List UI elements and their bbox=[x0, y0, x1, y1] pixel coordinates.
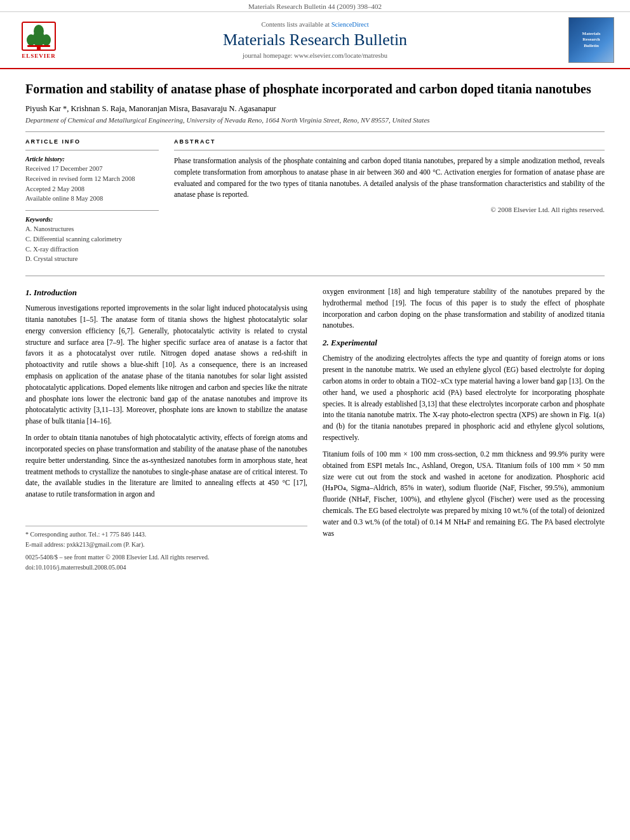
kw-item-2: C. Differential scanning calorimetry bbox=[25, 234, 159, 244]
kw-item-4: D. Crystal structure bbox=[25, 254, 159, 264]
page-wrapper: Materials Research Bulletin 44 (2009) 39… bbox=[0, 0, 630, 840]
corresponding-note: * Corresponding author. Tel.: +1 775 846… bbox=[25, 530, 307, 539]
divider-1 bbox=[25, 131, 605, 132]
footnotes: * Corresponding author. Tel.: +1 775 846… bbox=[25, 526, 307, 572]
sciencedirect-link[interactable]: ScienceDirect bbox=[332, 21, 369, 28]
body-col-left: 1. Introduction Numerous investigations … bbox=[25, 286, 307, 573]
article-history: Article history: Received 17 December 20… bbox=[25, 156, 159, 204]
doi: doi:10.1016/j.materresbull.2008.05.004 bbox=[25, 563, 307, 572]
article-info-col: Article Info Article history: Received 1… bbox=[25, 138, 159, 264]
journal-cover-image: MaterialsResearchBulletin bbox=[568, 17, 614, 63]
doi-rights: 0025-5408/$ – see front matter © 2008 El… bbox=[25, 553, 307, 562]
article-title: Formation and stability of anatase phase… bbox=[25, 81, 605, 98]
journal-homepage: journal homepage: www.elsevier.com/locat… bbox=[74, 52, 556, 59]
abstract-text: Phase transformation analysis of the pho… bbox=[174, 156, 605, 201]
abstract-label: Abstract bbox=[174, 138, 605, 145]
section2-exp1: Chemistry of the anodizing electrolytes … bbox=[323, 353, 605, 444]
journal-header: ELSEVIER Contents lists available at Sci… bbox=[0, 12, 630, 69]
divider-3 bbox=[25, 210, 159, 211]
contents-text: Contents lists available at bbox=[261, 21, 330, 28]
kw-item-1: A. Nanostructures bbox=[25, 224, 159, 234]
journal-cover-area: MaterialsResearchBulletin bbox=[563, 17, 620, 63]
elsevier-logo: ELSEVIER bbox=[21, 21, 57, 59]
authors-text: Piyush Kar *, Krishnan S. Raja, Manoranj… bbox=[25, 104, 276, 113]
sciencedirect-info: Contents lists available at ScienceDirec… bbox=[74, 21, 556, 28]
divider-body bbox=[25, 276, 605, 276]
authors: Piyush Kar *, Krishnan S. Raja, Manoranj… bbox=[25, 104, 605, 114]
received-line: Received 17 December 2007 bbox=[25, 164, 159, 174]
svg-point-3 bbox=[42, 34, 51, 46]
svg-point-2 bbox=[27, 34, 36, 46]
journal-title: Materials Research Bulletin bbox=[74, 30, 556, 50]
section1-para1: Numerous investigations reported improve… bbox=[25, 303, 307, 427]
article-meta: Formation and stability of anatase phase… bbox=[0, 69, 630, 270]
copyright: © 2008 Elsevier Ltd. All rights reserved… bbox=[174, 206, 605, 213]
history-heading: Article history: bbox=[25, 156, 159, 163]
revised-line: Received in revised form 12 March 2008 bbox=[25, 174, 159, 184]
elsevier-tree-icon bbox=[21, 21, 57, 51]
section2-heading: 2. Experimental bbox=[323, 337, 605, 349]
svg-rect-5 bbox=[27, 45, 50, 47]
affiliation: Department of Chemical and Metallurgical… bbox=[25, 116, 605, 124]
email-note: E-mail address: pxkk213@gmail.com (P. Ka… bbox=[25, 540, 307, 549]
section1-heading: 1. Introduction bbox=[25, 286, 307, 299]
section2-exp2: Titanium foils of 100 mm × 100 mm cross-… bbox=[323, 449, 605, 540]
elsevier-text: ELSEVIER bbox=[22, 53, 56, 59]
article-info-label: Article Info bbox=[25, 138, 159, 145]
divider-4 bbox=[174, 150, 605, 150]
elsevier-logo-area: ELSEVIER bbox=[10, 21, 67, 59]
section2-para1: oxygen environment [18] and high tempera… bbox=[323, 286, 605, 331]
available-line: Available online 8 May 2008 bbox=[25, 194, 159, 204]
divider-2 bbox=[25, 150, 159, 150]
keywords-label: Keywords: bbox=[25, 216, 159, 223]
accepted-line: Accepted 2 May 2008 bbox=[25, 184, 159, 194]
kw-item-3: C. X-ray diffraction bbox=[25, 244, 159, 255]
body-content: 1. Introduction Numerous investigations … bbox=[0, 286, 630, 573]
top-bar: Materials Research Bulletin 44 (2009) 39… bbox=[0, 0, 630, 12]
article-info-abstract: Article Info Article history: Received 1… bbox=[25, 138, 605, 264]
svg-point-4 bbox=[34, 25, 44, 37]
abstract-col: Abstract Phase transformation analysis o… bbox=[174, 138, 605, 264]
body-col-right: oxygen environment [18] and high tempera… bbox=[323, 286, 605, 573]
section1-para2: In order to obtain titania nanotubes of … bbox=[25, 432, 307, 500]
keywords-group: Keywords: A. Nanostructures C. Different… bbox=[25, 216, 159, 264]
journal-citation: Materials Research Bulletin 44 (2009) 39… bbox=[248, 3, 382, 10]
journal-header-center: Contents lists available at ScienceDirec… bbox=[74, 21, 556, 59]
